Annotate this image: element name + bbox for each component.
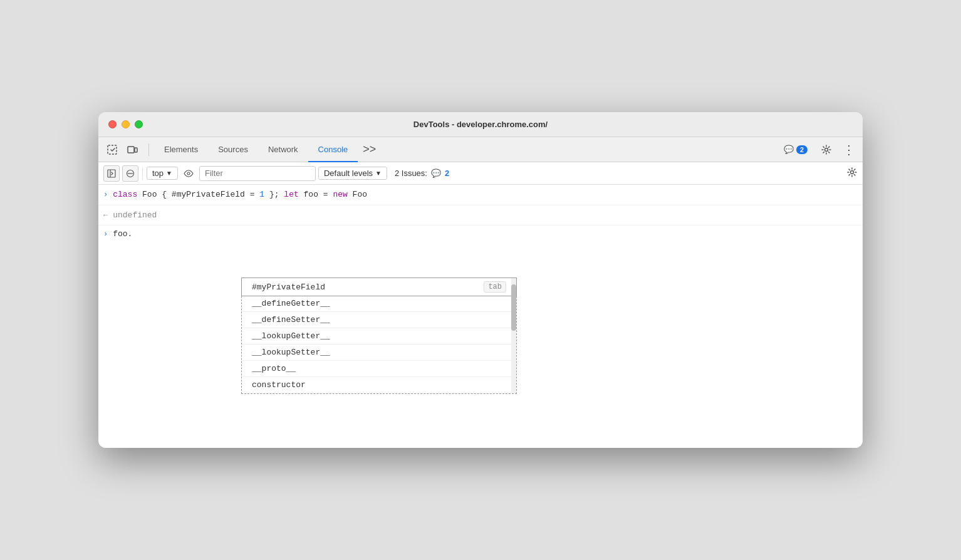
code-line-1: class Foo { #myPrivateField = 1 }; let f… xyxy=(113,189,367,201)
levels-dropdown[interactable]: Default levels ▼ xyxy=(318,167,387,180)
issues-icon: 💬 xyxy=(431,169,441,178)
minimize-button[interactable] xyxy=(122,120,130,128)
autocomplete-label-3: __lookupGetter__ xyxy=(252,331,330,341)
autocomplete-item-4[interactable]: __lookupSetter__ xyxy=(242,345,516,361)
svg-rect-1 xyxy=(128,147,134,153)
input-caret-2: › xyxy=(103,229,108,239)
autocomplete-item-1[interactable]: __defineGetter__ xyxy=(242,296,516,312)
autocomplete-item-2[interactable]: __defineSetter__ xyxy=(242,312,516,328)
issues-badge-icon: 💬 xyxy=(784,145,794,154)
autocomplete-label-2: __defineSetter__ xyxy=(252,315,330,324)
output-undefined: undefined xyxy=(113,209,157,222)
titlebar: DevTools - developer.chrome.com/ xyxy=(98,112,863,137)
tab-sources[interactable]: Sources xyxy=(208,137,258,162)
autocomplete-scrollbar-thumb xyxy=(511,284,516,331)
clear-console-button[interactable] xyxy=(122,165,138,182)
filter-input[interactable] xyxy=(199,166,316,181)
autocomplete-scrollbar[interactable] xyxy=(511,278,516,393)
more-options-button[interactable]: ⋮ xyxy=(840,141,858,158)
autocomplete-item-5[interactable]: __proto__ xyxy=(242,361,516,377)
console-input-line-1: › class Foo { #myPrivateField = 1 }; let… xyxy=(98,185,863,205)
dropdown-arrow-icon: ▼ xyxy=(166,170,172,177)
input-caret-1: › xyxy=(103,189,108,200)
console-toolbar: top ▼ Default levels ▼ 2 Issues: 💬 2 xyxy=(98,162,863,185)
console-area: › class Foo { #myPrivateField = 1 }; let… xyxy=(98,185,863,448)
toolbar-divider-1 xyxy=(142,167,143,180)
issues-label: 2 Issues: xyxy=(395,169,427,178)
levels-label: Default levels xyxy=(324,169,373,178)
svg-point-3 xyxy=(825,148,828,151)
tabs-list: Elements Sources Network Console >> xyxy=(154,137,779,162)
device-icon[interactable] xyxy=(123,141,141,158)
eye-button[interactable] xyxy=(180,165,197,182)
svg-rect-4 xyxy=(108,170,115,177)
levels-arrow-icon: ▼ xyxy=(375,170,382,177)
svg-point-8 xyxy=(187,172,190,175)
context-label: top xyxy=(152,169,164,178)
tabs-right-actions: 💬 2 ⋮ xyxy=(779,141,858,158)
traffic-lights xyxy=(108,120,143,128)
autocomplete-label-5: __proto__ xyxy=(252,364,296,373)
svg-rect-0 xyxy=(108,145,117,154)
tab-console[interactable]: Console xyxy=(308,137,358,162)
tab-hint-0: tab xyxy=(484,281,506,293)
autocomplete-label-0: #myPrivateField xyxy=(252,283,325,292)
inspect-icon[interactable] xyxy=(103,141,121,158)
svg-rect-2 xyxy=(135,148,137,152)
tab-elements[interactable]: Elements xyxy=(154,137,208,162)
output-caret-1: ← xyxy=(103,209,108,221)
tab-separator xyxy=(148,143,149,156)
window-title: DevTools - developer.chrome.com/ xyxy=(413,120,548,129)
autocomplete-label-6: constructor xyxy=(252,380,306,390)
devtools-window: DevTools - developer.chrome.com/ Element… xyxy=(98,112,863,448)
current-input-text: foo. xyxy=(113,229,132,239)
autocomplete-label-4: __lookupSetter__ xyxy=(252,348,330,357)
svg-point-9 xyxy=(851,170,854,174)
console-input-current[interactable]: › foo. xyxy=(98,226,863,242)
issues-badge-count: 2 xyxy=(796,145,808,154)
autocomplete-dropdown: #myPrivateField tab __defineGetter__ __d… xyxy=(241,277,517,394)
devtools-tab-bar: Elements Sources Network Console >> 💬 2 xyxy=(98,137,863,162)
autocomplete-item-0[interactable]: #myPrivateField tab xyxy=(241,277,517,296)
autocomplete-item-3[interactable]: __lookupGetter__ xyxy=(242,328,516,345)
autocomplete-label-1: __defineGetter__ xyxy=(252,299,330,308)
tab-network[interactable]: Network xyxy=(258,137,308,162)
issues-section: 2 Issues: 💬 2 xyxy=(395,169,449,178)
issues-badge[interactable]: 💬 2 xyxy=(779,142,813,157)
autocomplete-item-6[interactable]: constructor xyxy=(242,377,516,393)
close-button[interactable] xyxy=(108,120,117,128)
context-selector[interactable]: top ▼ xyxy=(147,167,178,180)
issues-count: 2 xyxy=(445,169,449,178)
settings-button[interactable] xyxy=(818,141,835,158)
more-tabs-button[interactable]: >> xyxy=(358,143,381,156)
console-output-line-1: ← undefined xyxy=(98,205,863,226)
toolbar-settings-button[interactable] xyxy=(846,167,858,180)
maximize-button[interactable] xyxy=(135,120,143,128)
sidebar-toggle-button[interactable] xyxy=(103,165,120,182)
